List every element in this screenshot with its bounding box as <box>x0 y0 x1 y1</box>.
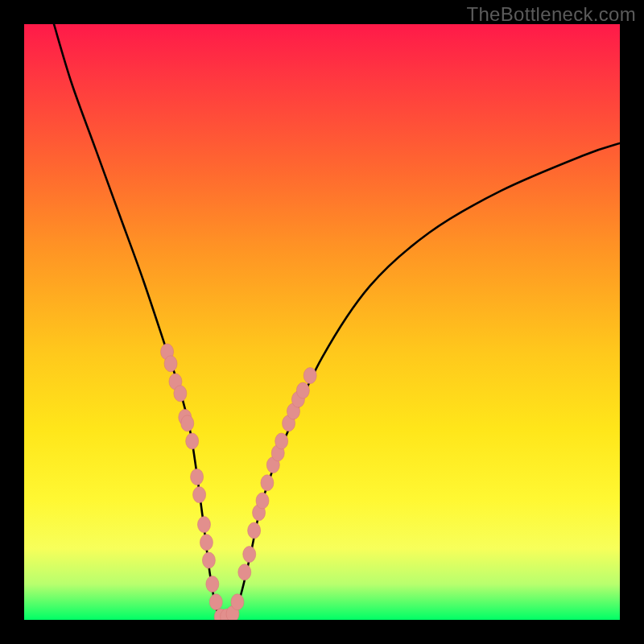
marker-point <box>197 517 210 533</box>
watermark: TheBottleneck.com <box>466 3 636 26</box>
marker-point <box>186 433 199 449</box>
marker-point <box>193 487 206 503</box>
marker-point <box>256 493 269 509</box>
chart-frame: TheBottleneck.com <box>0 0 644 644</box>
marker-point <box>275 433 288 449</box>
marker-group <box>161 344 317 620</box>
marker-point <box>303 368 316 384</box>
marker-point <box>191 469 204 485</box>
marker-point <box>243 547 256 563</box>
marker-point <box>238 564 251 580</box>
plot-area <box>24 24 620 620</box>
marker-point <box>200 535 213 551</box>
marker-point <box>174 386 187 402</box>
marker-point <box>164 356 177 372</box>
marker-point <box>209 594 222 610</box>
marker-point <box>261 475 274 491</box>
marker-point <box>248 522 261 539</box>
marker-point <box>231 594 244 610</box>
chart-svg <box>24 24 620 620</box>
marker-point <box>206 576 219 592</box>
marker-point <box>181 415 194 431</box>
marker-point <box>296 382 309 398</box>
marker-point <box>202 552 215 568</box>
bottleneck-curve <box>54 24 620 620</box>
